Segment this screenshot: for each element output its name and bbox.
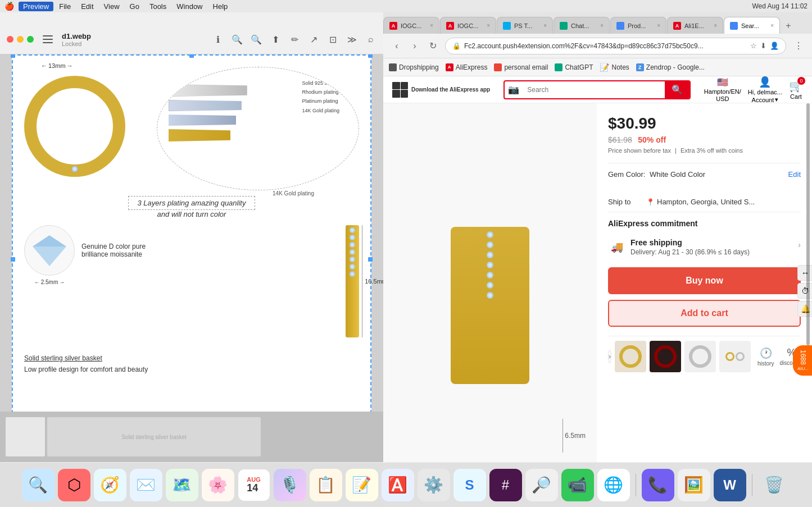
shipping-info: 🚚 Free shipping Delivery: Aug 21 - 30 (8… — [608, 238, 750, 256]
info-tool[interactable]: ℹ — [212, 34, 224, 45]
tab-chat[interactable]: Chat... × — [554, 17, 610, 34]
crop-tool[interactable]: ⊡ — [327, 34, 338, 45]
thumb-1[interactable] — [615, 341, 646, 372]
tab-sear[interactable]: Sear... × — [724, 17, 780, 34]
forward-button[interactable]: › — [407, 38, 423, 54]
ship-destination[interactable]: 📍 Hampton, Georgia, United S... — [646, 198, 755, 206]
zoom-in-tool[interactable]: 🔍 — [251, 34, 262, 45]
bookmark-aliexpress[interactable]: A AliExpress — [446, 63, 488, 71]
resize-handle-tl[interactable] — [11, 54, 15, 58]
shipping-text: Free shipping Delivery: Aug 21 - 30 (86.… — [630, 238, 750, 256]
dock-settings[interactable]: ⚙️ — [418, 469, 450, 501]
store-search-bar[interactable]: 📷 🔍 — [503, 80, 691, 99]
menu-tools[interactable]: Tools — [145, 2, 171, 11]
dock-maps[interactable]: 🗺️ — [166, 469, 198, 501]
dock-photos[interactable]: 🌸 — [202, 469, 234, 501]
search-submit-button[interactable]: 🔍 — [665, 81, 689, 98]
minimize-button[interactable] — [17, 36, 24, 43]
more-tools[interactable]: ≫ — [346, 34, 357, 45]
buy-now-button[interactable]: Buy now — [608, 267, 801, 294]
search-input[interactable] — [523, 81, 665, 98]
filmstrip-text: Solid sterling silver basket — [121, 434, 187, 440]
dock-reminders[interactable]: 📋 — [310, 469, 342, 501]
dock-chrome[interactable]: 🌐 — [597, 469, 630, 501]
zoom-out-tool[interactable]: 🔍 — [232, 34, 243, 45]
thumb-2[interactable] — [650, 341, 681, 372]
history-label: history — [757, 360, 774, 367]
dock-trash[interactable]: 🗑️ — [758, 469, 791, 501]
sidebar-toggle[interactable] — [43, 35, 53, 43]
qr-download[interactable]: Download the AliExpress app — [392, 82, 490, 98]
apple-menu[interactable]: 🍎 — [4, 2, 14, 11]
cart-button[interactable]: 🛒 0 Cart — [789, 79, 803, 100]
dock-word[interactable]: W — [714, 469, 746, 501]
dock-notes[interactable]: 📝 — [346, 469, 378, 501]
filmstrip-thumb-1[interactable] — [6, 417, 45, 456]
price-discount: 50% off — [638, 135, 666, 144]
address-bar[interactable]: 🔒 Fc2.account.push4extension.com%2F&cv=4… — [445, 38, 786, 54]
profile-icon[interactable]: 👤 — [770, 42, 779, 50]
close-button[interactable] — [7, 36, 13, 43]
menu-go[interactable]: Go — [125, 2, 144, 11]
dock-calendar[interactable]: AUG14 — [238, 469, 270, 501]
edit-button[interactable]: Edit — [788, 170, 801, 179]
gem-color-row: Gem Color: White Gold Color Edit — [608, 170, 801, 179]
language-selector[interactable]: 🇺🇸 Hampton/EN/ USD — [704, 77, 741, 102]
add-to-cart-button[interactable]: Add to cart — [608, 300, 801, 327]
resize-handle-tr[interactable] — [368, 54, 373, 58]
dock-siri[interactable]: 🎙️ — [274, 469, 306, 501]
bookmark-chatgpt[interactable]: ChatGPT — [555, 63, 593, 71]
side-btn-2[interactable]: ⏱ — [797, 283, 812, 299]
share-tool[interactable]: ⬆ — [270, 34, 281, 45]
dock-launchpad[interactable]: ⬡ — [58, 469, 90, 501]
tab-iogc-1[interactable]: A IOGC... × — [383, 17, 439, 34]
thumb-prev-button[interactable]: › — [608, 350, 611, 363]
history-button[interactable]: 🕐 history — [757, 347, 774, 367]
menu-view[interactable]: View — [99, 2, 124, 11]
bookmark-star-icon[interactable]: ☆ — [750, 42, 757, 50]
scroll-thumb[interactable] — [806, 103, 810, 345]
camera-search-icon[interactable]: 📷 — [505, 81, 523, 98]
markup-arrow-tool[interactable]: ↗ — [308, 34, 319, 45]
resize-handle-ml[interactable] — [11, 257, 15, 262]
menu-edit[interactable]: Edit — [76, 2, 98, 11]
shipping-chevron[interactable]: › — [798, 240, 801, 249]
side-btn-3[interactable]: 🔔 — [797, 301, 812, 317]
menu-window[interactable]: Window — [172, 2, 207, 11]
dock-finder[interactable]: 🔍 — [22, 469, 55, 501]
search-tool-preview[interactable]: ⌕ — [365, 34, 376, 45]
menu-file[interactable]: File — [55, 2, 75, 11]
bookmark-personal-email[interactable]: personal email — [494, 63, 548, 71]
menu-help[interactable]: Help — [208, 2, 233, 11]
back-button[interactable]: ‹ — [389, 38, 405, 54]
menu-bar: 🍎 Preview File Edit View Go Tools Window… — [0, 0, 812, 12]
download-icon[interactable]: ⬇ — [760, 42, 766, 50]
dock-mail[interactable]: ✉️ — [130, 469, 162, 501]
tab-ali1e[interactable]: A Ali1E... × — [667, 17, 723, 34]
annotate-tool[interactable]: ✏ — [289, 34, 300, 45]
menu-preview[interactable]: Preview — [19, 2, 53, 11]
account-button[interactable]: 👤 Hi, delmac... Account ▾ — [748, 76, 782, 103]
bookmark-dropshipping[interactable]: Dropshipping — [389, 63, 439, 71]
reload-button[interactable]: ↻ — [425, 38, 441, 54]
thumb-4[interactable] — [719, 341, 751, 372]
tab-iogc-2[interactable]: A IOGC... × — [440, 17, 496, 34]
tab-ps[interactable]: PS T... × — [497, 17, 553, 34]
extensions-button[interactable]: ⋮ — [791, 38, 806, 54]
new-tab-button[interactable]: + — [781, 18, 796, 34]
dock-viber[interactable]: 📞 — [642, 469, 674, 501]
bookmark-notes[interactable]: 📝 Notes — [600, 63, 629, 72]
side-btn-1[interactable]: ↔ — [797, 265, 812, 281]
dock-spotlight[interactable]: 🔎 — [525, 469, 558, 501]
maximize-button[interactable] — [27, 36, 34, 43]
dock-slack[interactable]: # — [489, 469, 522, 501]
dock-scriven[interactable]: S — [453, 469, 486, 501]
dock-safari[interactable]: 🧭 — [94, 469, 126, 501]
dock-preview[interactable]: 🖼️ — [678, 469, 710, 501]
tab-prod[interactable]: Prod... × — [610, 17, 666, 34]
thumb-3[interactable] — [684, 341, 716, 372]
resize-handle-tm[interactable] — [189, 54, 194, 58]
dock-appstore[interactable]: 🅰️ — [382, 469, 414, 501]
dock-facetime[interactable]: 📹 — [561, 469, 594, 501]
bookmark-zendrop[interactable]: Z Zendrop - Google... — [636, 63, 705, 71]
